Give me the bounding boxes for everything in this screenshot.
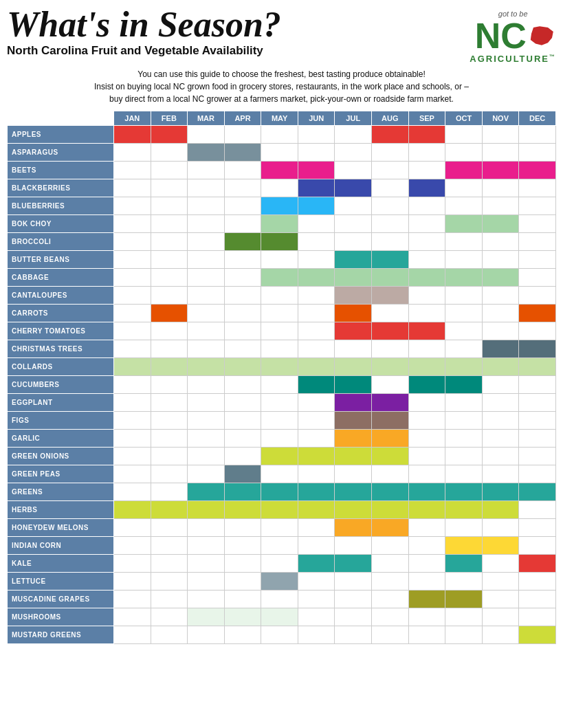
month-oct: OCT [445,111,483,126]
cell-0-4 [261,126,298,144]
month-nov: NOV [482,111,519,126]
row-label-cantaloupes: CANTALOUPES [8,287,114,305]
cell-11-1 [151,322,188,340]
cell-12-6 [335,340,372,358]
cell-24-4 [261,555,298,573]
cell-9-7 [372,287,409,305]
cell-10-0 [114,305,151,322]
table-row: HERBS [8,501,556,519]
cell-5-5 [298,215,335,233]
cell-17-8 [408,430,445,448]
cell-21-5 [298,501,335,519]
table-row: BROCCOLI [8,233,556,251]
main-title: What's in Season? [7,7,281,43]
row-label-carrots: CARROTS [8,305,114,322]
month-sep: SEP [408,111,445,126]
cell-22-8 [408,519,445,537]
row-label-collards: COLLARDS [8,358,114,376]
cell-6-2 [188,233,225,251]
cell-27-2 [188,608,225,626]
cell-6-10 [482,233,519,251]
cell-12-10 [482,340,519,358]
cell-12-8 [408,340,445,358]
row-label-cherry-tomatoes: CHERRY TOMATOES [8,322,114,340]
cell-8-3 [224,269,261,287]
cell-17-10 [482,430,519,448]
cell-9-11 [519,287,556,305]
cell-9-8 [408,287,445,305]
cell-8-10 [482,269,519,287]
desc-line2: Insist on buying local NC grown food in … [7,80,556,93]
row-label-kale: KALE [8,555,114,573]
cell-3-9 [445,179,483,197]
cell-26-4 [261,591,298,608]
cell-28-4 [261,626,298,644]
cell-1-9 [445,144,483,162]
cell-17-7 [372,430,409,448]
cell-28-9 [445,626,483,644]
cell-14-5 [298,376,335,394]
cell-17-5 [298,430,335,448]
cell-2-6 [335,162,372,179]
cell-11-7 [372,322,409,340]
cell-8-7 [372,269,409,287]
cell-21-9 [445,501,483,519]
cell-24-1 [151,555,188,573]
cell-17-9 [445,430,483,448]
cell-6-11 [519,233,556,251]
cell-24-8 [408,555,445,573]
cell-18-4 [261,448,298,465]
cell-24-7 [372,555,409,573]
cell-25-6 [335,573,372,591]
cell-28-10 [482,626,519,644]
cell-25-1 [151,573,188,591]
cell-22-5 [298,519,335,537]
cell-3-0 [114,179,151,197]
cell-16-4 [261,412,298,430]
cell-5-9 [445,215,483,233]
row-label-green-onions: GREEN ONIONS [8,448,114,465]
cell-2-3 [224,162,261,179]
cell-27-5 [298,608,335,626]
cell-24-10 [482,555,519,573]
cell-21-1 [151,501,188,519]
cell-8-4 [261,269,298,287]
cell-23-3 [224,537,261,555]
cell-5-3 [224,215,261,233]
table-row: CHERRY TOMATOES [8,322,556,340]
cell-12-4 [261,340,298,358]
cell-5-10 [482,215,519,233]
cell-28-1 [151,626,188,644]
row-label-cucumbers: CUCUMBERS [8,376,114,394]
cell-16-1 [151,412,188,430]
cell-17-4 [261,430,298,448]
cell-4-1 [151,197,188,215]
cell-25-5 [298,573,335,591]
cell-8-9 [445,269,483,287]
cell-23-7 [372,537,409,555]
cell-1-5 [298,144,335,162]
cell-19-5 [298,465,335,483]
cell-10-5 [298,305,335,322]
month-aug: AUG [372,111,409,126]
cell-7-5 [298,251,335,269]
table-row: INDIAN CORN [8,537,556,555]
row-label-mustard-greens: MUSTARD GREENS [8,626,114,644]
month-header-row: JAN FEB MAR APR MAY JUN JUL AUG SEP OCT … [8,111,556,126]
cell-6-6 [335,233,372,251]
table-row: HONEYDEW MELONS [8,519,556,537]
cell-15-0 [114,394,151,412]
cell-12-5 [298,340,335,358]
cell-16-8 [408,412,445,430]
cell-4-5 [298,197,335,215]
cell-10-2 [188,305,225,322]
cell-0-3 [224,126,261,144]
cell-2-10 [482,162,519,179]
cell-4-4 [261,197,298,215]
cell-18-0 [114,448,151,465]
cell-7-11 [519,251,556,269]
cell-26-0 [114,591,151,608]
cell-25-7 [372,573,409,591]
cell-18-9 [445,448,483,465]
cell-0-1 [151,126,188,144]
